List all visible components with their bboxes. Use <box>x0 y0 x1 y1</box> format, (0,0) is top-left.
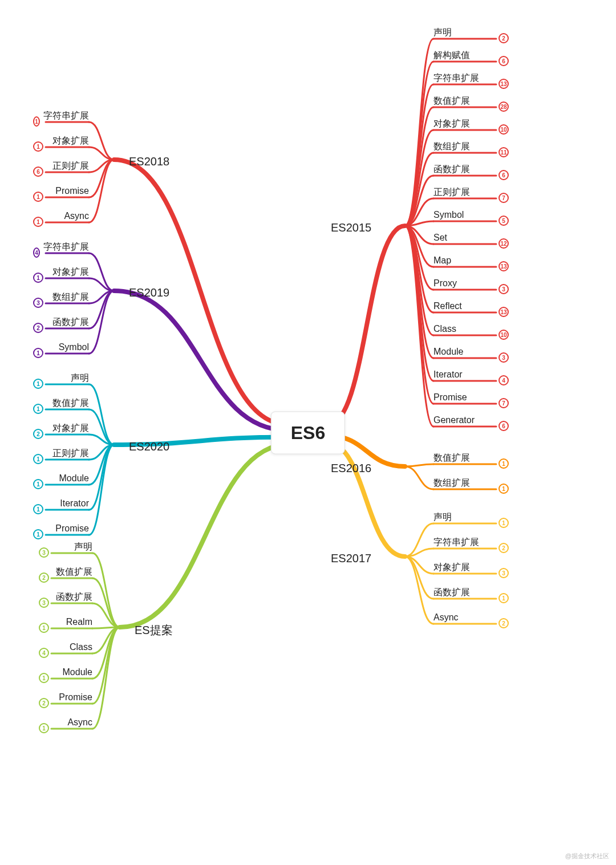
leaf-esproposal-1[interactable]: 数值扩展2 <box>39 566 92 578</box>
leaf-es2015-5[interactable]: 数组扩展11 <box>433 141 509 152</box>
branch-es2020[interactable]: ES2020 <box>129 440 169 453</box>
count-badge: 2 <box>499 543 509 553</box>
leaf-es2018-0[interactable]: 字符串扩展1 <box>33 110 89 121</box>
leaf-label: Map <box>433 255 451 266</box>
leaf-es2020-2[interactable]: 对象扩展2 <box>33 423 89 434</box>
leaf-label: 字符串扩展 <box>43 241 89 253</box>
leaf-label: Proxy <box>433 278 457 289</box>
leaf-es2017-2[interactable]: 对象扩展3 <box>433 562 509 573</box>
leaf-esproposal-3[interactable]: Realm1 <box>39 616 92 628</box>
leaf-es2018-3[interactable]: Promise1 <box>33 185 89 197</box>
leaf-esproposal-5[interactable]: Module1 <box>39 667 92 678</box>
leaf-es2017-3[interactable]: 函数扩展1 <box>433 587 509 598</box>
count-badge: 3 <box>33 298 43 308</box>
count-badge: 2 <box>33 429 43 439</box>
leaf-es2015-4[interactable]: 对象扩展10 <box>433 118 509 129</box>
leaf-esproposal-4[interactable]: Class4 <box>39 641 92 653</box>
leaf-esproposal-7[interactable]: Async1 <box>39 717 92 728</box>
leaf-es2019-2[interactable]: 数组扩展3 <box>33 291 89 303</box>
branch-es2016[interactable]: ES2016 <box>331 462 371 475</box>
leaf-label: Async <box>67 717 92 728</box>
leaf-es2015-10[interactable]: Map13 <box>433 255 509 266</box>
leaf-es2020-1[interactable]: 数值扩展1 <box>33 397 89 409</box>
leaf-esproposal-6[interactable]: Promise2 <box>39 692 92 703</box>
leaf-es2017-0[interactable]: 声明1 <box>433 511 509 523</box>
leaf-esproposal-0[interactable]: 声明3 <box>39 541 92 553</box>
leaf-label: Symbol <box>433 210 464 220</box>
count-badge: 1 <box>39 723 49 733</box>
leaf-label: Realm <box>66 617 92 627</box>
leaf-es2015-2[interactable]: 字符串扩展13 <box>433 72 509 84</box>
count-badge: 6 <box>499 56 509 66</box>
leaf-es2018-2[interactable]: 正则扩展6 <box>33 160 89 172</box>
center-node[interactable]: ES6 <box>271 411 345 454</box>
count-badge: 3 <box>499 568 509 578</box>
count-badge: 1 <box>33 116 40 127</box>
leaf-es2019-4[interactable]: Symbol1 <box>33 342 89 353</box>
count-badge: 1 <box>33 479 43 489</box>
count-badge: 1 <box>39 623 49 633</box>
leaf-label: 声明 <box>71 372 89 384</box>
branch-es2017[interactable]: ES2017 <box>331 552 371 565</box>
leaf-es2015-15[interactable]: Iterator4 <box>433 369 509 380</box>
leaf-es2020-4[interactable]: Module1 <box>33 473 89 484</box>
leaf-es2020-0[interactable]: 声明1 <box>33 372 89 384</box>
leaf-es2015-7[interactable]: 正则扩展7 <box>433 186 509 198</box>
count-badge: 1 <box>33 529 43 539</box>
leaf-label: 对象扩展 <box>433 562 470 574</box>
count-badge: 13 <box>499 261 509 271</box>
count-badge: 1 <box>499 518 509 528</box>
leaf-es2015-12[interactable]: Reflect13 <box>433 300 509 312</box>
leaf-es2015-1[interactable]: 解构赋值6 <box>433 50 509 61</box>
count-badge: 2 <box>499 33 509 43</box>
count-badge: 1 <box>33 273 43 283</box>
leaf-es2020-3[interactable]: 正则扩展1 <box>33 448 89 459</box>
branch-es2015[interactable]: ES2015 <box>331 221 371 234</box>
leaf-es2016-0[interactable]: 数值扩展1 <box>433 452 509 464</box>
leaf-label: 解构赋值 <box>433 50 470 62</box>
leaf-es2015-16[interactable]: Promise7 <box>433 392 509 403</box>
count-badge: 6 <box>499 421 509 431</box>
leaf-label: 函数扩展 <box>52 316 89 328</box>
count-badge: 10 <box>499 330 509 340</box>
leaf-label: 字符串扩展 <box>433 537 479 549</box>
leaf-es2015-9[interactable]: Set12 <box>433 232 509 243</box>
count-badge: 1 <box>33 141 43 152</box>
count-badge: 2 <box>499 618 509 628</box>
leaf-label: Class <box>70 642 92 652</box>
leaf-label: 函数扩展 <box>433 587 470 599</box>
leaf-es2015-11[interactable]: Proxy3 <box>433 278 509 289</box>
leaf-es2020-5[interactable]: Iterator1 <box>33 498 89 509</box>
leaf-es2019-3[interactable]: 函数扩展2 <box>33 316 89 328</box>
leaf-esproposal-2[interactable]: 函数扩展3 <box>39 591 92 603</box>
leaf-es2019-1[interactable]: 对象扩展1 <box>33 266 89 278</box>
leaf-es2015-13[interactable]: Class10 <box>433 323 509 335</box>
leaf-label: 对象扩展 <box>52 135 89 147</box>
leaf-label: Generator <box>433 415 475 425</box>
leaf-es2019-0[interactable]: 字符串扩展4 <box>33 241 89 253</box>
branch-es2019[interactable]: ES2019 <box>129 286 169 299</box>
leaf-label: 对象扩展 <box>52 266 89 278</box>
leaf-es2015-8[interactable]: Symbol5 <box>433 209 509 221</box>
leaf-es2015-14[interactable]: Module3 <box>433 346 509 358</box>
branch-es2018[interactable]: ES2018 <box>129 155 169 168</box>
leaf-es2015-17[interactable]: Generator6 <box>433 415 509 426</box>
count-badge: 4 <box>499 375 509 385</box>
leaf-es2015-6[interactable]: 函数扩展6 <box>433 164 509 175</box>
count-badge: 1 <box>499 458 509 469</box>
leaf-es2017-1[interactable]: 字符串扩展2 <box>433 537 509 548</box>
leaf-label: 函数扩展 <box>433 164 470 176</box>
leaf-es2018-4[interactable]: Async1 <box>33 210 89 222</box>
leaf-es2020-6[interactable]: Promise1 <box>33 523 89 534</box>
leaf-es2018-1[interactable]: 对象扩展1 <box>33 135 89 147</box>
branch-esproposal[interactable]: ES提案 <box>135 623 173 638</box>
leaf-label: 字符串扩展 <box>433 72 479 84</box>
leaf-es2016-1[interactable]: 数组扩展1 <box>433 477 509 489</box>
leaf-es2017-4[interactable]: Async2 <box>433 612 509 623</box>
leaf-es2015-0[interactable]: 声明2 <box>433 27 509 38</box>
leaf-label: 正则扩展 <box>433 186 470 198</box>
count-badge: 2 <box>39 698 49 708</box>
leaf-es2015-3[interactable]: 数值扩展28 <box>433 95 509 107</box>
leaf-label: Async <box>64 211 89 221</box>
count-badge: 3 <box>39 547 49 558</box>
